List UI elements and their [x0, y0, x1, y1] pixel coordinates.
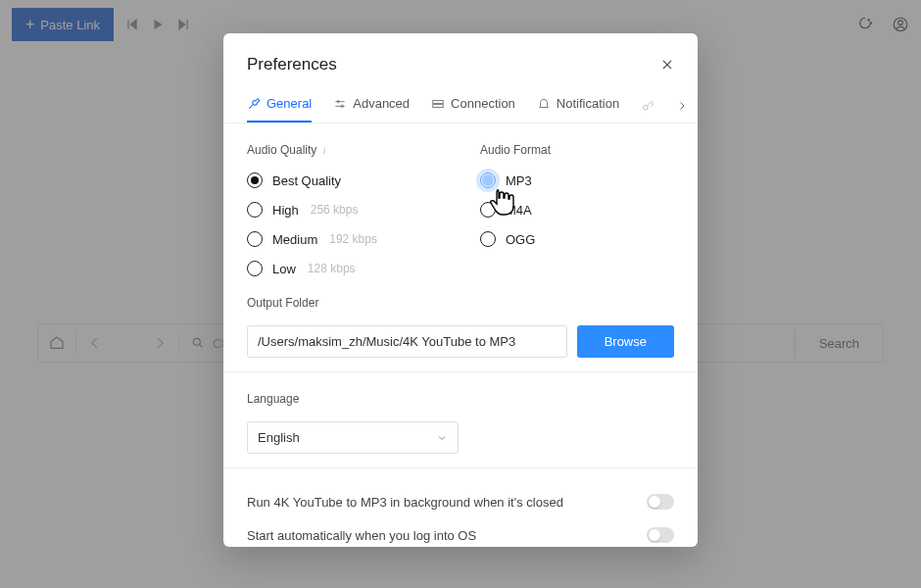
radio-medium[interactable]: Medium 192 kbps	[247, 231, 441, 247]
language-select[interactable]: English	[247, 421, 459, 454]
info-icon[interactable]: i	[322, 144, 325, 156]
svg-rect-17	[433, 100, 444, 103]
browse-button[interactable]: Browse	[577, 325, 674, 358]
svg-rect-18	[433, 104, 444, 107]
tab-advanced[interactable]: Advanced	[333, 88, 410, 122]
radio-indicator	[247, 231, 263, 247]
dialog-title: Preferences	[247, 55, 337, 74]
cursor-pointer-icon	[488, 186, 515, 218]
radio-high[interactable]: High 256 kbps	[247, 202, 441, 218]
switch-start-on-login[interactable]: Start automatically when you log into OS	[247, 521, 674, 547]
radio-indicator	[247, 172, 263, 188]
tab-notification[interactable]: Notification	[537, 88, 619, 122]
close-icon[interactable]	[660, 58, 674, 72]
radio-indicator	[480, 231, 496, 247]
radio-indicator	[247, 202, 263, 218]
connection-icon	[431, 97, 445, 111]
sliders-icon	[333, 97, 347, 111]
audio-format-label: Audio Format	[480, 143, 551, 157]
key-icon[interactable]	[641, 99, 654, 113]
wrench-icon	[247, 97, 261, 111]
output-folder-label: Output Folder	[247, 296, 318, 310]
tab-connection[interactable]: Connection	[431, 88, 515, 122]
audio-quality-section: Audio Quality i Best Quality High 256 kb…	[247, 143, 441, 290]
toggle[interactable]	[647, 527, 674, 543]
svg-point-19	[644, 105, 649, 110]
language-label: Language	[247, 392, 299, 406]
radio-low[interactable]: Low 128 kbps	[247, 261, 441, 276]
tab-general[interactable]: General	[247, 88, 312, 122]
audio-quality-label: Audio Quality	[247, 143, 316, 157]
tabs-scroll-right-icon[interactable]	[676, 100, 688, 112]
radio-best-quality[interactable]: Best Quality	[247, 172, 441, 188]
output-folder-input[interactable]	[247, 325, 567, 358]
tab-bar: General Advanced Connection Notification	[223, 88, 698, 123]
toggle[interactable]	[647, 494, 674, 510]
switch-run-in-background[interactable]: Run 4K YouTube to MP3 in background when…	[247, 488, 674, 521]
bell-icon	[537, 97, 551, 111]
preferences-dialog: Preferences General Advanced Connection …	[223, 33, 698, 547]
chevron-down-icon	[436, 432, 448, 444]
radio-indicator	[247, 261, 263, 276]
radio-ogg[interactable]: OGG	[480, 231, 674, 247]
